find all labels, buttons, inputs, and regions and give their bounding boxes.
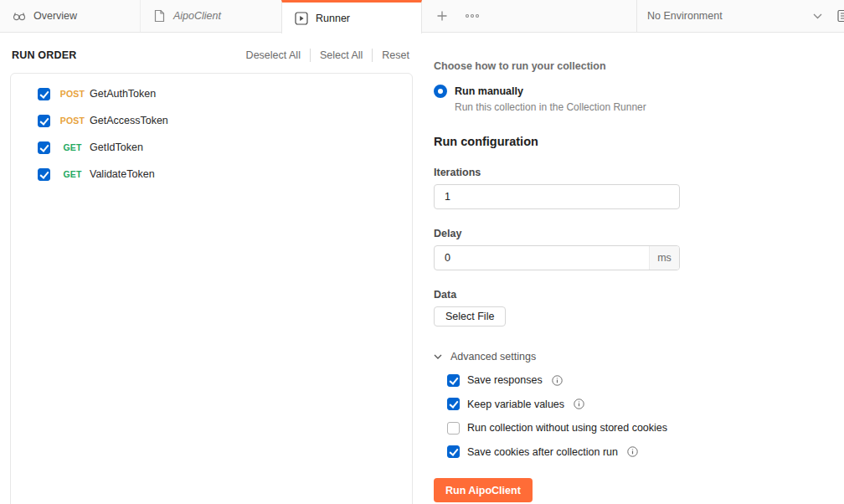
iterations-label: Iterations — [434, 167, 844, 178]
run-manually-label: Run manually — [455, 85, 523, 97]
environment-selector[interactable]: No Environment — [647, 10, 723, 22]
request-name: ValidateToken — [90, 168, 155, 180]
request-row[interactable]: GET ValidateToken — [11, 161, 412, 188]
delay-field: ms — [434, 245, 680, 270]
list-actions: Deselect All Select All Reset — [237, 49, 411, 62]
run-without-cookies-checkbox[interactable] — [447, 422, 460, 435]
delay-input[interactable] — [435, 246, 649, 270]
request-row[interactable]: GET GetIdToken — [11, 134, 412, 161]
request-list: POST GetAuthToken POST GetAccessToken GE… — [10, 73, 413, 504]
save-cookies-checkbox[interactable] — [447, 445, 460, 458]
method-badge: GET — [57, 169, 88, 179]
iterations-field — [434, 184, 680, 209]
request-row[interactable]: POST GetAuthToken — [11, 80, 412, 107]
save-cookies-option[interactable]: Save cookies after collection run — [447, 445, 844, 458]
run-order-panel: RUN ORDER Deselect All Select All Reset … — [0, 33, 421, 504]
run-manually-option[interactable]: Run manually — [434, 85, 844, 98]
request-name: GetAuthToken — [90, 88, 156, 100]
option-label: Save responses — [467, 374, 543, 386]
run-collection-button[interactable]: Run AipoClient — [434, 478, 533, 502]
keep-variable-values-option[interactable]: Keep variable values — [447, 398, 844, 410]
main-content: RUN ORDER Deselect All Select All Reset … — [0, 33, 844, 504]
tab-runner-label: Runner — [316, 13, 350, 24]
plus-icon — [437, 11, 447, 21]
app-window: Overview AipoClient Runner — [0, 0, 844, 504]
tab-collection[interactable]: AipoClient — [141, 0, 281, 32]
tab-collection-label: AipoClient — [173, 10, 221, 22]
select-file-button[interactable]: Select File — [434, 306, 506, 327]
run-order-title: RUN ORDER — [12, 49, 77, 61]
method-badge: GET — [57, 142, 88, 152]
tab-options-button[interactable] — [461, 0, 484, 32]
info-icon[interactable] — [574, 399, 584, 409]
more-options-icon — [465, 13, 480, 18]
delay-unit: ms — [649, 246, 679, 270]
reset-button[interactable]: Reset — [373, 49, 411, 61]
environment-quick-look-icon[interactable] — [837, 9, 844, 23]
save-responses-checkbox[interactable] — [447, 374, 460, 387]
request-checkbox[interactable] — [38, 141, 50, 154]
delay-label: Delay — [434, 228, 844, 239]
data-label: Data — [434, 289, 844, 301]
request-checkbox[interactable] — [38, 115, 50, 127]
run-manually-radio[interactable] — [434, 85, 447, 98]
chevron-down-icon[interactable] — [813, 13, 822, 19]
option-label: Save cookies after collection run — [467, 446, 618, 458]
tab-overview[interactable]: Overview — [0, 0, 141, 32]
request-row[interactable]: POST GetAccessToken — [11, 107, 412, 134]
info-icon[interactable] — [552, 375, 563, 386]
request-checkbox[interactable] — [38, 168, 50, 181]
deselect-all-button[interactable]: Deselect All — [237, 49, 310, 61]
method-badge: POST — [57, 116, 88, 126]
chevron-down-icon — [434, 354, 442, 359]
run-manually-description: Run this collection in the Collection Ru… — [455, 101, 844, 113]
tab-overview-label: Overview — [33, 10, 77, 22]
info-icon[interactable] — [627, 446, 638, 457]
file-icon — [153, 9, 166, 23]
select-all-button[interactable]: Select All — [311, 49, 372, 61]
request-name: GetIdToken — [90, 141, 143, 153]
advanced-settings-label: Advanced settings — [450, 351, 536, 363]
request-checkbox[interactable] — [38, 88, 50, 100]
request-name: GetAccessToken — [90, 115, 168, 126]
iterations-input[interactable] — [435, 185, 679, 208]
tab-bar: Overview AipoClient Runner — [0, 0, 844, 33]
option-label: Keep variable values — [467, 399, 564, 410]
tab-runner[interactable]: Runner — [281, 0, 422, 33]
run-order-header: RUN ORDER Deselect All Select All Reset — [0, 33, 421, 73]
add-tab-button[interactable] — [430, 0, 454, 32]
advanced-settings-toggle[interactable]: Advanced settings — [434, 351, 844, 363]
method-badge: POST — [57, 89, 88, 99]
keep-variable-values-checkbox[interactable] — [447, 398, 460, 410]
run-without-cookies-option[interactable]: Run collection without using stored cook… — [447, 422, 844, 435]
play-icon — [295, 12, 308, 25]
run-configuration-title: Run configuration — [434, 135, 844, 148]
environment-section: No Environment — [636, 0, 844, 32]
run-config-panel: Choose how to run your collection Run ma… — [421, 33, 844, 504]
save-responses-option[interactable]: Save responses — [447, 374, 844, 387]
option-label: Run collection without using stored cook… — [467, 422, 667, 434]
choose-run-title: Choose how to run your collection — [434, 60, 844, 72]
overview-icon — [13, 9, 26, 23]
